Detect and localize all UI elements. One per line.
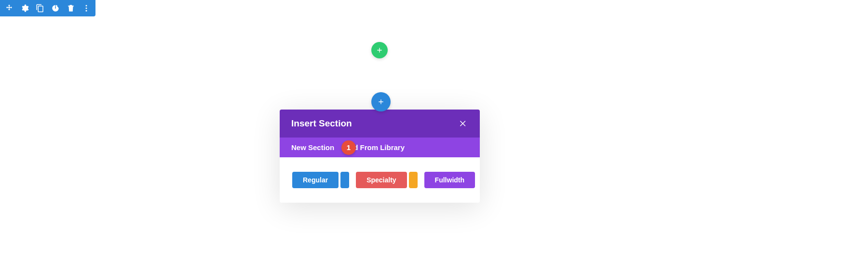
close-icon (459, 119, 467, 128)
section-toolbar (0, 0, 95, 16)
more-icon[interactable] (82, 4, 91, 13)
fullwidth-group: Fullwidth (424, 172, 475, 188)
gear-icon[interactable] (20, 4, 29, 13)
svg-point-0 (86, 5, 87, 6)
svg-point-1 (86, 8, 87, 9)
specialty-group: Specialty (356, 172, 417, 188)
trash-icon[interactable] (67, 4, 75, 13)
tab-new-section[interactable]: New Section (291, 138, 334, 157)
svg-point-2 (86, 10, 87, 12)
plus-icon (377, 98, 385, 106)
close-button[interactable] (458, 118, 468, 129)
modal-body: Regular Specialty Fullwidth (280, 157, 480, 203)
duplicate-icon[interactable] (36, 4, 44, 13)
modal-title: Insert Section (291, 118, 352, 129)
power-icon[interactable] (51, 4, 60, 13)
fullwidth-button[interactable]: Fullwidth (424, 172, 475, 188)
plus-icon (376, 46, 383, 54)
modal-tabs: New Section Add From Library 1 (280, 138, 480, 157)
regular-button[interactable]: Regular (292, 172, 339, 188)
add-row-button[interactable] (371, 42, 388, 58)
add-section-button[interactable] (371, 92, 391, 111)
modal-header: Insert Section (280, 110, 480, 138)
regular-chip[interactable] (340, 172, 349, 188)
regular-group: Regular (292, 172, 349, 188)
specialty-button[interactable]: Specialty (356, 172, 407, 188)
insert-section-modal: Insert Section New Section Add From Libr… (280, 110, 480, 203)
move-icon[interactable] (5, 4, 14, 13)
specialty-chip[interactable] (409, 172, 418, 188)
step-badge: 1 (341, 140, 356, 155)
